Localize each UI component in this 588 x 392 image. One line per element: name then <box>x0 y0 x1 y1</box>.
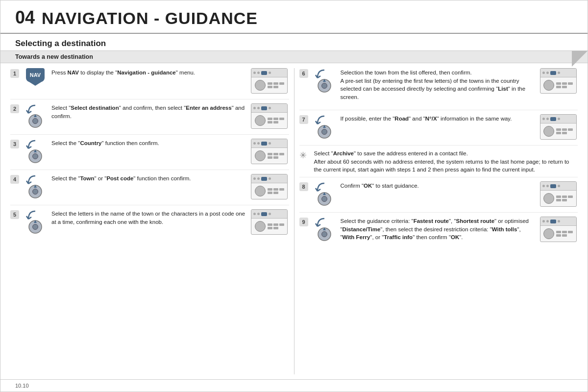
svg-point-1 <box>33 119 38 124</box>
dial-arrow-icon <box>24 103 46 128</box>
step-7: 7 If possible, enter the "Road" and "N°/… <box>299 112 578 146</box>
dial-arrow-icon-7 <box>314 114 335 139</box>
star-icon: ✳ <box>299 150 308 161</box>
step-8: 8 Confirm "OK" to start guidance. <box>299 179 578 213</box>
step-8-text: Confirm "OK" to start guidance. <box>341 181 536 190</box>
step-4-text: Select the "Town" or "Post code" functio… <box>51 174 247 183</box>
page-header: 04 NAVIGATION - GUIDANCE <box>0 0 588 34</box>
step-2: 2 Select "Select destination" and confir… <box>10 101 289 135</box>
dial-arrow-icon-6 <box>314 68 335 93</box>
svg-point-7 <box>33 189 38 195</box>
step-5-text: Select the letters in the name of the to… <box>51 209 247 226</box>
step-6-text: Selection the town from the list offered… <box>341 68 536 101</box>
step-8-icon <box>311 181 338 206</box>
step-3: 3 Select the "Country" function then con… <box>10 137 289 170</box>
chapter-number: 04 <box>15 7 35 28</box>
step-1-number: 1 <box>10 69 19 78</box>
svg-point-13 <box>321 83 327 89</box>
step-7-device <box>539 114 578 140</box>
step-6-device <box>539 68 578 94</box>
main-content: 1 NAV Press NAV to display the "Navigati… <box>0 63 588 379</box>
svg-point-22 <box>321 232 327 237</box>
step-4-icon <box>22 174 49 198</box>
step-3-device <box>250 139 289 164</box>
dial-arrow-icon-8 <box>314 181 335 206</box>
subsection-bar: Towards a new destination <box>0 51 588 63</box>
footer-version: 10.10 <box>15 383 29 389</box>
svg-point-16 <box>321 129 327 135</box>
dial-arrow-icon-3 <box>24 139 46 163</box>
dial-arrow-icon-9 <box>314 217 335 241</box>
column-divider <box>294 68 294 374</box>
step-3-icon <box>22 139 49 163</box>
step-8-number: 8 <box>299 182 308 191</box>
step-5-number: 5 <box>10 210 19 219</box>
step-5: 5 Select the letters in the name of the … <box>10 207 289 241</box>
step-9-text: Select the guidance criteria: "Fastest r… <box>341 217 536 242</box>
step-star-text: Select "Archive" to save the address ent… <box>311 149 578 174</box>
svg-point-10 <box>33 224 38 230</box>
step-7-number: 7 <box>299 115 308 124</box>
step-2-device <box>250 103 289 129</box>
step-4-number: 4 <box>10 175 19 184</box>
step-5-device <box>250 209 289 235</box>
step-3-number: 3 <box>10 140 19 148</box>
step-7-icon <box>311 114 338 139</box>
step-star: ✳ Select "Archive" to save the address e… <box>299 147 578 177</box>
step-7-text: If possible, enter the "Road" and "N°/X"… <box>341 114 536 123</box>
dial-arrow-icon-4 <box>24 174 46 198</box>
step-9-number: 9 <box>299 218 308 226</box>
section-title: Selecting a destination <box>0 34 588 51</box>
dial-arrow-icon-5 <box>24 209 46 234</box>
step-3-text: Select the "Country" function then confi… <box>51 139 247 147</box>
step-1-device <box>250 68 289 94</box>
step-4: 4 Select the "Town" or "Post code" funct… <box>10 172 289 205</box>
step-9-icon <box>311 217 338 241</box>
nav-button-icon: NAV <box>26 68 45 82</box>
step-4-device <box>250 174 289 199</box>
step-8-device <box>539 181 578 207</box>
step-6-number: 6 <box>299 69 308 78</box>
svg-point-19 <box>321 196 327 202</box>
right-column: 6 Selection the town from the list offer… <box>299 66 578 376</box>
step-1: 1 NAV Press NAV to display the "Navigati… <box>10 66 289 99</box>
step-6-icon <box>311 68 338 93</box>
step-2-number: 2 <box>10 104 19 113</box>
step-2-text: Select "Select destination" and confirm,… <box>51 103 247 120</box>
step-1-text: Press NAV to display the "Navigation - g… <box>51 68 247 77</box>
step-9: 9 Select the guidance criteria: "Fastest… <box>299 215 578 259</box>
step-6: 6 Selection the town from the list offer… <box>299 66 578 110</box>
footer: 10.10 <box>0 379 588 392</box>
left-column: 1 NAV Press NAV to display the "Navigati… <box>10 66 289 376</box>
svg-point-4 <box>33 154 38 159</box>
step-5-icon <box>22 209 49 234</box>
step-9-device <box>539 217 578 242</box>
step-2-icon <box>22 103 49 128</box>
chapter-title: NAVIGATION - GUIDANCE <box>42 9 258 28</box>
step-1-icon: NAV <box>22 68 49 82</box>
